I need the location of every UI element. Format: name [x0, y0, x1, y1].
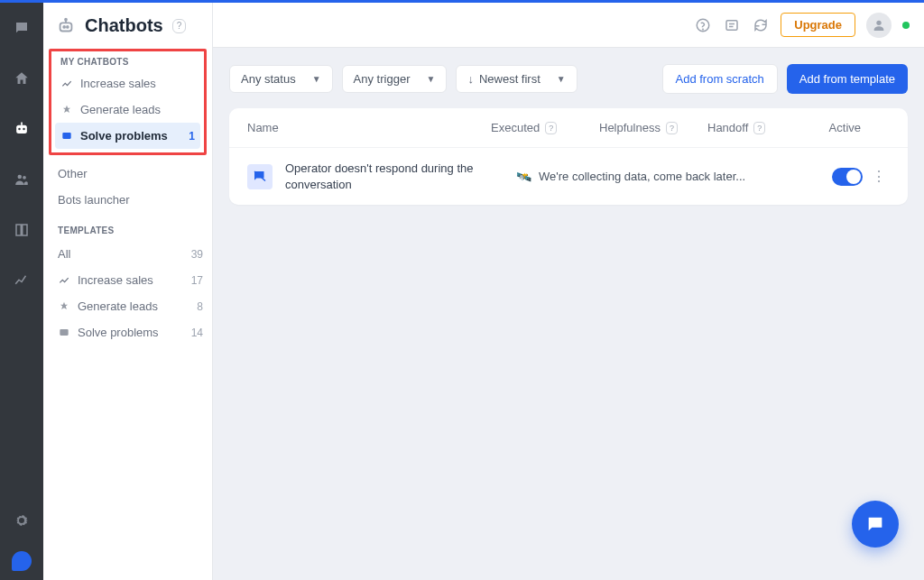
sidebar-item-count: 14 [191, 327, 203, 339]
svg-point-12 [65, 18, 67, 20]
sidebar-item-solve-problems[interactable]: Solve problems 1 [55, 123, 200, 149]
refresh-icon[interactable] [752, 16, 770, 34]
col-handoff: Handoff [707, 121, 748, 134]
template-item-solve-problems[interactable]: Solve problems 14 [43, 319, 212, 345]
sidebar-item-label: Generate leads [80, 103, 195, 116]
help-chip[interactable]: ? [666, 122, 678, 134]
solve-icon [60, 130, 73, 143]
svg-rect-0 [16, 125, 27, 133]
svg-rect-7 [23, 225, 27, 235]
solve-icon [58, 327, 70, 339]
svg-point-20 [876, 20, 881, 24]
avatar[interactable] [866, 13, 892, 38]
online-status-dot [902, 22, 910, 29]
sidebar-item-label: Solve problems [80, 129, 181, 143]
bots-table: Name Executed ? Helpfulness ? Handoff ? … [229, 108, 908, 205]
nav-settings-icon[interactable] [7, 506, 36, 535]
svg-point-5 [23, 176, 26, 180]
col-helpfulness: Helpfulness [599, 121, 661, 134]
svg-rect-17 [726, 20, 737, 30]
active-toggle[interactable] [832, 168, 863, 186]
nav-chat-icon[interactable] [7, 14, 36, 42]
help-chip[interactable]: ? [545, 122, 557, 134]
sidebar-item-label: Increase sales [80, 77, 195, 90]
sidebar-item-count: 1 [189, 130, 195, 143]
sidebar-item-other[interactable]: Other [43, 161, 212, 187]
svg-rect-6 [16, 225, 21, 235]
sidebar-item-label: Generate leads [78, 299, 189, 313]
add-from-template-button[interactable]: Add from template [787, 64, 908, 94]
growth-icon [58, 274, 70, 287]
sidebar-item-label: Bots launcher [58, 193, 203, 207]
dropdown-label: Any status [241, 72, 296, 86]
template-item-all[interactable]: All 39 [43, 241, 212, 267]
help-icon[interactable] [694, 16, 712, 34]
sort-dropdown[interactable]: ↓ Newest first ▼ [456, 65, 577, 93]
add-from-scratch-button[interactable]: Add from scratch [662, 64, 778, 94]
col-active: Active [807, 121, 861, 134]
sort-arrow-icon: ↓ [467, 72, 474, 86]
lead-icon [60, 104, 73, 116]
col-name: Name [247, 121, 491, 134]
svg-point-2 [23, 128, 25, 131]
svg-rect-3 [21, 123, 23, 125]
svg-point-4 [18, 175, 23, 180]
sidebar-item-count: 8 [197, 300, 203, 313]
sidebar-item-generate-leads[interactable]: Generate leads [51, 97, 204, 123]
nav-analytics-icon[interactable] [7, 266, 36, 295]
filter-trigger-dropdown[interactable]: Any trigger ▼ [342, 65, 448, 93]
sidebar-item-count: 39 [191, 248, 203, 261]
sidebar: Chatbots ? MY CHATBOTS Increase sales Ge… [43, 3, 213, 580]
svg-point-10 [67, 26, 69, 28]
toolbar: Any status ▼ Any trigger ▼ ↓ Newest firs… [213, 48, 924, 103]
sidebar-item-label: All [58, 247, 184, 261]
svg-point-9 [63, 26, 65, 28]
template-item-generate-leads[interactable]: Generate leads 8 [43, 293, 212, 319]
table-row[interactable]: Operator doesn't respond during the conv… [229, 148, 908, 205]
upgrade-button[interactable]: Upgrade [781, 13, 855, 37]
satellite-icon: 🛰️ [516, 170, 531, 184]
table-header: Name Executed ? Helpfulness ? Handoff ? … [229, 108, 908, 148]
nav-chatbots-icon[interactable] [7, 115, 36, 143]
chevron-down-icon: ▼ [312, 74, 321, 84]
chat-fab[interactable] [852, 501, 899, 548]
dropdown-label: Any trigger [354, 72, 411, 86]
sidebar-item-increase-sales[interactable]: Increase sales [51, 70, 204, 97]
topbar: Upgrade [213, 3, 924, 48]
nav-contacts-icon[interactable] [7, 165, 36, 194]
sidebar-item-bots-launcher[interactable]: Bots launcher [43, 187, 212, 213]
help-chip[interactable]: ? [753, 122, 765, 134]
main-content: Upgrade Any status ▼ Any trigger ▼ ↓ New… [213, 3, 924, 580]
help-chip[interactable]: ? [172, 19, 187, 33]
nav-home-icon[interactable] [7, 64, 36, 93]
news-icon[interactable] [723, 16, 741, 34]
brand-logo-icon [12, 551, 32, 571]
col-executed: Executed [491, 121, 540, 134]
sidebar-item-label: Other [58, 167, 203, 180]
growth-icon [60, 78, 73, 90]
sidebar-item-count: 17 [191, 274, 203, 287]
svg-rect-14 [60, 328, 68, 335]
svg-point-16 [703, 29, 704, 30]
bot-name: Operator doesn't respond during the conv… [285, 161, 516, 192]
nav-apps-icon[interactable] [7, 216, 36, 244]
filter-status-dropdown[interactable]: Any status ▼ [229, 65, 333, 93]
bot-icon [247, 164, 273, 189]
chevron-down-icon: ▼ [557, 74, 566, 84]
sidebar-item-label: Solve problems [78, 326, 184, 339]
my-chatbots-section: MY CHATBOTS Increase sales Generate lead… [49, 49, 207, 155]
svg-point-1 [18, 128, 21, 131]
chatbot-icon [56, 16, 76, 36]
sidebar-item-label: Increase sales [78, 273, 184, 287]
svg-rect-13 [62, 132, 70, 138]
collecting-text: We're collecting data, come back later..… [539, 170, 745, 183]
dropdown-label: Newest first [479, 72, 541, 86]
navigation-rail [0, 3, 43, 580]
template-item-increase-sales[interactable]: Increase sales 17 [43, 267, 212, 293]
section-my-chatbots: MY CHATBOTS [51, 53, 204, 70]
page-title: Chatbots [85, 15, 163, 36]
row-menu-icon[interactable]: ⋮ [868, 169, 890, 184]
section-templates: TEMPLATES [43, 213, 212, 241]
chevron-down-icon: ▼ [426, 74, 435, 84]
lead-icon [58, 300, 70, 313]
